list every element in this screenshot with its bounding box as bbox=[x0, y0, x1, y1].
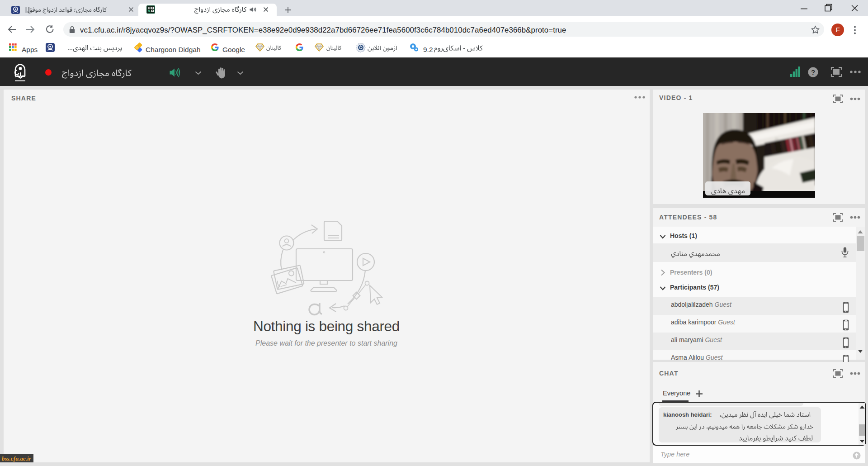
svg-text:?: ? bbox=[811, 68, 815, 76]
